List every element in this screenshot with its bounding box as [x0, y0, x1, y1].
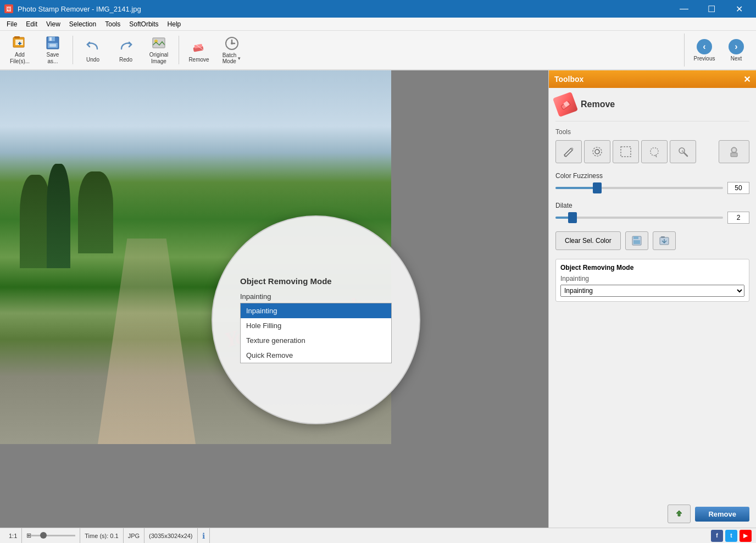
- batch-mode-label: BatchMode: [223, 52, 237, 64]
- svg-rect-27: [731, 153, 737, 157]
- menu-tools[interactable]: Tools: [101, 19, 125, 29]
- lasso-tool-button[interactable]: [641, 140, 668, 163]
- svg-point-20: [593, 147, 602, 156]
- minimize-button[interactable]: —: [671, 0, 697, 18]
- time-label: Time (s): 0.1: [85, 533, 118, 539]
- remove-label: Remove: [188, 57, 209, 63]
- save-as-label: Saveas...: [47, 52, 59, 65]
- color-fuzziness-label: Color Fuzziness: [555, 172, 749, 180]
- save-as-button[interactable]: Saveas...: [37, 34, 68, 67]
- original-image-icon: [150, 35, 168, 51]
- dropdown-list: Inpainting Hole Filling Texture generati…: [240, 303, 392, 363]
- maximize-button[interactable]: ☐: [699, 0, 724, 18]
- undo-label: Undo: [86, 57, 99, 63]
- dropdown-item-quick-remove[interactable]: Quick Remove: [241, 348, 391, 363]
- svg-text:✦: ✦: [681, 149, 685, 154]
- mode-select[interactable]: Inpainting Hole Filling Texture generati…: [560, 285, 744, 297]
- menu-selection[interactable]: Selection: [65, 19, 101, 29]
- svg-rect-22: [621, 147, 631, 157]
- add-files-button[interactable]: AddFile(s)...: [4, 34, 35, 67]
- zoom-status: 1:1: [4, 528, 22, 543]
- remove-toolbar-button[interactable]: Remove: [184, 34, 214, 67]
- color-fuzziness-thumb[interactable]: [593, 182, 602, 193]
- dilate-row: 2: [555, 212, 749, 224]
- undo-button[interactable]: Undo: [77, 34, 108, 67]
- svg-rect-31: [633, 240, 640, 244]
- svg-rect-7: [49, 37, 52, 41]
- previous-button[interactable]: ‹ Previous: [689, 34, 720, 67]
- stamp-tool-button[interactable]: [719, 140, 749, 163]
- save-selection-button[interactable]: [625, 231, 648, 250]
- action-row: Clear Sel. Color: [555, 231, 749, 250]
- mode-label: Object Removing Mode: [560, 264, 744, 272]
- next-icon: ›: [729, 39, 744, 54]
- pencil-tool-button[interactable]: [555, 140, 582, 163]
- svg-point-28: [732, 148, 736, 152]
- app-icon: 🖼: [4, 4, 13, 13]
- zoom-slider[interactable]: [31, 535, 75, 536]
- remove-final-button[interactable]: Remove: [695, 507, 749, 522]
- window-title: Photo Stamp Remover - IMG_2141.jpg: [18, 5, 141, 13]
- color-fuzziness-value[interactable]: 50: [727, 182, 749, 194]
- tools-row: ✦: [555, 140, 749, 163]
- dropdown-item-inpainting[interactable]: Inpainting: [241, 303, 391, 318]
- menu-view[interactable]: View: [42, 19, 65, 29]
- magic-selection-button[interactable]: [584, 140, 610, 163]
- eraser-icon: [553, 92, 578, 117]
- fit-icon: ⊞: [26, 532, 31, 539]
- image-area[interactable]: Your Watermark Object Removing Mode Inpa…: [0, 70, 548, 528]
- menu-file[interactable]: File: [2, 19, 21, 29]
- remove-section-header: Remove: [555, 95, 749, 121]
- menu-edit[interactable]: Edit: [21, 19, 42, 29]
- previous-label: Previous: [694, 56, 715, 62]
- next-label: Next: [731, 56, 742, 62]
- menu-softorbits[interactable]: SoftOrbits: [125, 19, 163, 29]
- redo-button[interactable]: Redo: [110, 34, 141, 67]
- mode-current-label: Inpainting: [560, 275, 744, 282]
- color-fuzziness-track[interactable]: [555, 187, 723, 189]
- tools-section: Tools: [555, 128, 749, 163]
- separator-1: [73, 36, 73, 64]
- original-image-button[interactable]: OriginalImage: [143, 34, 174, 67]
- main-content: Your Watermark Object Removing Mode Inpa…: [0, 70, 756, 528]
- save-icon: [44, 35, 62, 51]
- rect-select-button[interactable]: [613, 140, 639, 163]
- remove-icon: [190, 38, 208, 56]
- dropdown-item-texture-gen[interactable]: Texture generation: [241, 333, 391, 348]
- tools-label: Tools: [555, 128, 749, 136]
- svg-point-17: [231, 42, 233, 45]
- status-bar: 1:1 ⊞ Time (s): 0.1 JPG (3035x3024x24) ℹ…: [0, 528, 756, 543]
- dilate-thumb[interactable]: [568, 212, 577, 223]
- title-bar-controls: — ☐ ✕: [671, 0, 752, 18]
- navigation-area: ‹ Previous › Next: [684, 34, 752, 67]
- redo-label: Redo: [119, 57, 132, 63]
- dilate-value[interactable]: 2: [727, 212, 749, 224]
- bottom-load-button[interactable]: [668, 505, 691, 523]
- batch-mode-icon: [223, 36, 241, 51]
- title-bar: 🖼 Photo Stamp Remover - IMG_2141.jpg — ☐…: [0, 0, 756, 18]
- dropdown-mode-title: Object Removing Mode: [240, 276, 392, 286]
- next-button[interactable]: › Next: [721, 34, 752, 67]
- dropdown-item-hole-filling[interactable]: Hole Filling: [241, 318, 391, 333]
- facebook-button[interactable]: f: [711, 530, 723, 542]
- toolbox-title: Toolbox: [554, 75, 583, 84]
- dilate-section: Dilate 2: [555, 202, 749, 224]
- load-selection-button[interactable]: [653, 231, 676, 250]
- close-button[interactable]: ✕: [726, 0, 752, 18]
- batch-mode-button[interactable]: BatchMode ▼: [216, 34, 247, 67]
- clear-sel-color-button[interactable]: Clear Sel. Color: [555, 231, 621, 250]
- youtube-button[interactable]: ▶: [740, 530, 752, 542]
- menu-help[interactable]: Help: [163, 19, 186, 29]
- zoom-slider-thumb[interactable]: [40, 532, 47, 539]
- info-status: ℹ: [198, 528, 210, 543]
- dilate-track[interactable]: [555, 217, 723, 219]
- wand-tool-button[interactable]: ✦: [670, 140, 696, 163]
- toolbar: AddFile(s)... Saveas... Undo: [0, 31, 756, 70]
- color-fuzziness-row: 50: [555, 182, 749, 194]
- undo-icon: [84, 38, 102, 56]
- time-status: Time (s): 0.1: [80, 528, 123, 543]
- svg-rect-30: [633, 236, 638, 239]
- toolbox-close-button[interactable]: ✕: [743, 74, 751, 85]
- add-files-label: AddFile(s)...: [10, 52, 30, 65]
- twitter-button[interactable]: t: [725, 530, 737, 542]
